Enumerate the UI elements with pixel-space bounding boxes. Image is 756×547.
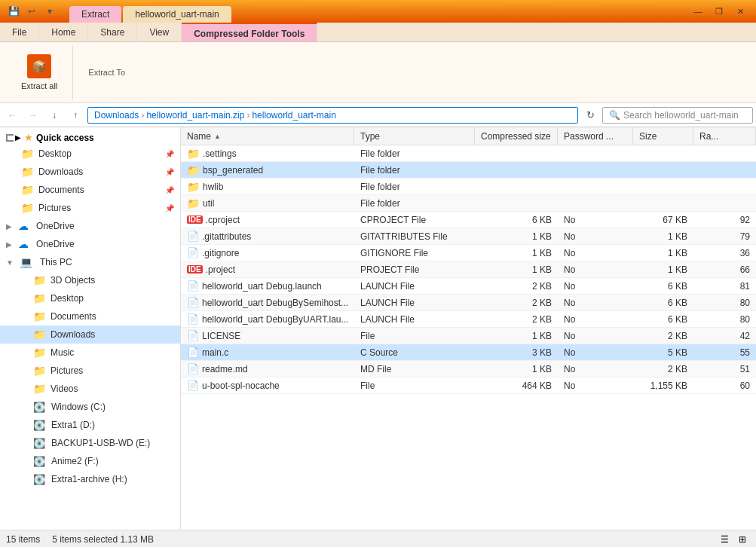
col-header-ratio[interactable]: Ra... <box>693 127 756 145</box>
file-row[interactable]: 📁 hwlib File folder <box>181 179 756 195</box>
tab-compressed-folder-tools[interactable]: Compressed Folder Tools <box>182 23 317 41</box>
sidebar-label: Videos <box>51 384 78 394</box>
file-pass-cell: No <box>558 215 633 225</box>
extract-all-btn[interactable]: 📦 Extract all <box>15 51 63 93</box>
file-row[interactable]: IDE .project PROJECT File 1 KB No 1 KB 6… <box>181 261 756 278</box>
file-name: u-boot-spl-nocache <box>202 380 280 391</box>
sidebar-item-documents-pinned[interactable]: 📁 Documents 📌 <box>0 181 180 199</box>
file-name-cell: 📁 bsp_generated <box>181 164 354 176</box>
tab-view[interactable]: View <box>137 23 182 41</box>
documents-folder-icon: 📁 <box>21 184 34 196</box>
search-box[interactable]: 🔍 Search helloworld_uart-main <box>602 107 753 124</box>
file-type-cell: PROJECT File <box>354 264 475 275</box>
sidebar-item-f-drive[interactable]: 💽 Anime2 (F:) <box>0 452 180 470</box>
file-row[interactable]: 📄 helloworld_uart Debug.launch LAUNCH Fi… <box>181 278 756 295</box>
sidebar-item-d-drive[interactable]: 💽 Extra1 (D:) <box>0 416 180 434</box>
sidebar-item-pictures[interactable]: 📁 Pictures <box>0 362 180 380</box>
file-icon: 📄 <box>187 247 199 258</box>
crumb-downloads[interactable]: Downloads <box>94 110 139 121</box>
file-row[interactable]: 📄 readme.md MD File 1 KB No 2 KB 51 <box>181 361 756 377</box>
col-header-compressed[interactable]: Compressed size <box>475 127 558 145</box>
file-comp-cell: 1 KB <box>475 231 558 242</box>
sidebar-label: Pictures <box>51 365 83 376</box>
sidebar-item-h-drive[interactable]: 💽 Extra1-archive (H:) <box>0 470 180 488</box>
tab-main[interactable]: helloworld_uart-main <box>123 6 231 23</box>
address-bar: ← → ↓ ↑ Downloads › helloworld_uart-main… <box>0 103 756 127</box>
sidebar-item-onedrive-2[interactable]: ▶ ☁ OneDrive <box>0 235 180 253</box>
file-row[interactable]: 📁 .settings File folder <box>181 145 756 162</box>
crumb-zip[interactable]: helloworld_uart-main.zip <box>146 110 244 121</box>
close-btn[interactable]: ✕ <box>730 5 750 18</box>
sidebar-item-videos[interactable]: 📁 Videos <box>0 380 180 398</box>
drive-icon-e: 💽 <box>33 438 45 449</box>
file-row[interactable]: 📄 main.c C Source 3 KB No 5 KB 55 <box>181 344 756 361</box>
sidebar-item-downloads-pinned[interactable]: 📁 Downloads 📌 <box>0 163 180 181</box>
sidebar-item-documents[interactable]: 📁 Documents <box>0 307 180 325</box>
file-name: .settings <box>203 148 237 159</box>
sidebar-item-3dobjects[interactable]: 📁 3D Objects <box>0 271 180 289</box>
minimize-btn[interactable]: — <box>688 5 708 18</box>
forward-btn[interactable]: → <box>24 106 42 124</box>
sidebar-item-label: Documents <box>38 185 84 195</box>
sidebar-item-label: Pictures <box>38 203 71 213</box>
file-comp-cell: 2 KB <box>475 281 558 292</box>
up-btn[interactable]: ↑ <box>66 106 84 124</box>
crumb-main[interactable]: helloworld_uart-main <box>252 110 335 121</box>
quick-undo-btn[interactable]: ↩ <box>24 4 39 19</box>
file-pass-cell: No <box>558 231 633 242</box>
file-comp-cell: 2 KB <box>475 314 558 325</box>
tab-file[interactable]: File <box>0 23 39 41</box>
file-name-cell: 📁 .settings <box>181 148 354 160</box>
file-row[interactable]: 📄 helloworld_uart DebugByUART.lau... LAU… <box>181 311 756 328</box>
file-row[interactable]: 📄 helloworld_uart DebugBySemihost... LAU… <box>181 295 756 311</box>
sidebar-item-onedrive-1[interactable]: ▶ ☁ OneDrive <box>0 217 180 235</box>
back-btn[interactable]: ← <box>3 106 21 124</box>
file-type-cell: GITATTRIBUTES File <box>354 231 475 242</box>
file-name-cell: IDE .project <box>181 264 354 275</box>
expand-arrow-thispc: ▼ <box>6 258 14 267</box>
file-name: .gitattributes <box>202 231 251 242</box>
quick-menu-btn[interactable]: ▾ <box>42 4 57 19</box>
window-controls: — ❐ ✕ <box>688 5 750 18</box>
ide-icon: IDE <box>187 215 203 224</box>
sidebar-item-c-drive[interactable]: 💽 Windows (C:) <box>0 398 180 416</box>
file-size-cell: 1,155 KB <box>633 380 693 391</box>
sidebar-item-pictures-pinned[interactable]: 📁 Pictures 📌 <box>0 199 180 217</box>
refresh-btn[interactable]: ↻ <box>581 106 599 124</box>
recent-btn[interactable]: ↓ <box>45 106 63 124</box>
quick-save-btn[interactable]: 💾 <box>6 4 21 19</box>
tab-extract[interactable]: Extract <box>69 6 121 23</box>
sidebar-item-downloads[interactable]: 📁 Downloads <box>0 325 180 344</box>
col-header-name[interactable]: Name ▲ <box>181 127 354 145</box>
file-row[interactable]: 📄 u-boot-spl-nocache File 464 KB No 1,15… <box>181 377 756 394</box>
sidebar-item-desktop-pinned[interactable]: 📁 Desktop 📌 <box>0 145 180 163</box>
folder-icon: 📁 <box>33 347 46 359</box>
sidebar-item-music[interactable]: 📁 Music <box>0 344 180 362</box>
file-row[interactable]: 📄 .gitattributes GITATTRIBUTES File 1 KB… <box>181 228 756 245</box>
detail-view-btn[interactable]: ☰ <box>717 532 732 547</box>
file-type-cell: File <box>354 331 475 341</box>
file-row[interactable]: 📁 bsp_generated File folder <box>181 162 756 179</box>
sidebar-item-thispc[interactable]: ▼ 💻 This PC <box>0 253 180 271</box>
col-header-type[interactable]: Type <box>354 127 475 145</box>
file-name-cell: 📁 util <box>181 197 354 209</box>
sidebar-item-e-drive[interactable]: 💽 BACKUP1-USB-WD (E:) <box>0 434 180 452</box>
file-ratio-cell: 36 <box>693 248 756 258</box>
items-count: 15 items <box>6 534 40 545</box>
tab-home[interactable]: Home <box>39 23 88 41</box>
folder-icon: 📁 <box>33 365 46 377</box>
col-header-password[interactable]: Password ... <box>558 127 633 145</box>
col-header-size[interactable]: Size <box>633 127 693 145</box>
file-row[interactable]: 📄 LICENSE File 1 KB No 2 KB 42 <box>181 328 756 344</box>
file-row[interactable]: IDE .cproject CPROJECT File 6 KB No 67 K… <box>181 212 756 228</box>
file-row[interactable]: 📁 util File folder <box>181 195 756 212</box>
tab-share[interactable]: Share <box>88 23 137 41</box>
sidebar-item-desktop[interactable]: 📁 Desktop <box>0 289 180 307</box>
maximize-btn[interactable]: ❐ <box>709 5 729 18</box>
address-path[interactable]: Downloads › helloworld_uart-main.zip › h… <box>87 107 578 124</box>
file-name-cell: 📁 hwlib <box>181 181 354 193</box>
file-size-cell: 6 KB <box>633 281 693 292</box>
quick-access-label[interactable]: Quick access <box>36 133 94 143</box>
large-icon-view-btn[interactable]: ⊞ <box>735 532 750 547</box>
file-row[interactable]: 📄 .gitignore GITIGNORE File 1 KB No 1 KB… <box>181 245 756 261</box>
